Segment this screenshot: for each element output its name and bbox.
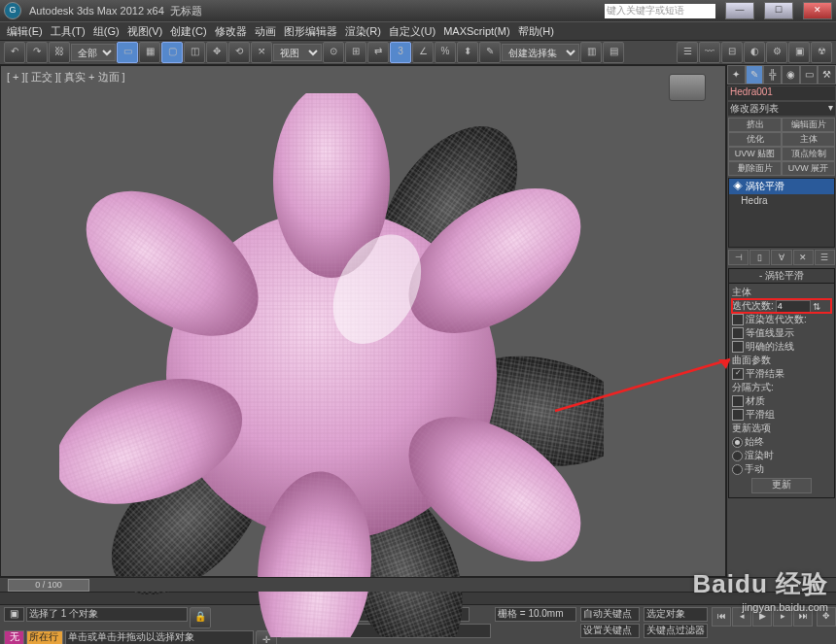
stack-item-hedra[interactable]: Hedra <box>729 194 834 207</box>
update-button[interactable]: 更新 <box>751 478 812 493</box>
rotate-icon[interactable]: ⟲ <box>228 42 250 63</box>
mod-body-button[interactable]: 主体 <box>782 132 835 147</box>
close-button[interactable]: ✕ <box>803 2 832 19</box>
stack-unique-icon[interactable]: ∀ <box>771 250 791 265</box>
align-icon[interactable]: ▤ <box>603 42 624 63</box>
named-sel-select[interactable]: 创建选择集 <box>502 44 579 61</box>
tab-display-icon[interactable]: ▭ <box>800 65 819 85</box>
iterations-spinner[interactable]: 4 <box>776 300 811 313</box>
sel-set-icon[interactable]: ⊞ <box>345 42 366 63</box>
render-frame-icon[interactable]: ▣ <box>788 42 810 63</box>
render-iter-checkbox[interactable] <box>732 314 744 325</box>
stack-remove-icon[interactable]: ✕ <box>793 250 814 265</box>
redo-icon[interactable]: ↷ <box>26 42 48 63</box>
titlebar: G Autodesk 3ds Max 2012 x64 无标题 键入关键字或短语… <box>0 0 836 21</box>
update-render-label: 渲染时 <box>745 449 774 462</box>
mirror-icon[interactable]: ⇄ <box>367 42 389 63</box>
modifier-stack[interactable]: ◈ 涡轮平滑 Hedra <box>728 178 835 248</box>
menubar: 编辑(E) 工具(T) 组(G) 视图(V) 创建(C) 修改器 动画 图形编辑… <box>0 21 836 41</box>
snap-toggle-icon[interactable]: 3 <box>390 42 411 63</box>
menu-modifiers[interactable]: 修改器 <box>212 24 250 39</box>
minimize-button[interactable]: — <box>725 2 754 19</box>
current-tag[interactable]: 所在行 <box>26 630 63 644</box>
viewport[interactable]: [ + ][ 正交 ][ 真实 + 边面 ] <box>0 65 726 577</box>
menu-views[interactable]: 视图(V) <box>124 24 166 39</box>
stack-pin-icon[interactable]: ⊣ <box>728 250 749 265</box>
undo-icon[interactable]: ↶ <box>4 42 25 63</box>
mod-delpatch-button[interactable]: 删除面片 <box>728 161 782 176</box>
curve-editor-icon[interactable]: 〰 <box>699 42 720 63</box>
tab-motion-icon[interactable]: ◉ <box>782 65 800 85</box>
angle-snap-icon[interactable]: ∠ <box>412 42 434 63</box>
selection-filter-select[interactable]: 全部 <box>71 44 116 61</box>
isoline-checkbox[interactable] <box>732 327 744 339</box>
mod-uvwmap-button[interactable]: UVW 贴图 <box>728 147 782 161</box>
material-editor-icon[interactable]: ◐ <box>744 42 765 63</box>
layers-icon[interactable]: ☰ <box>677 42 698 63</box>
modifier-list-select[interactable]: 修改器列表▾ <box>728 102 835 116</box>
app-logo-icon[interactable]: G <box>4 2 21 19</box>
mirror2-icon[interactable]: ▥ <box>580 42 602 63</box>
sep-material-checkbox[interactable] <box>732 395 744 407</box>
menu-rendering[interactable]: 渲染(R) <box>342 24 384 39</box>
link-icon[interactable]: ⛓ <box>49 42 70 63</box>
sep-material-label: 材质 <box>746 394 765 408</box>
refcoord-select[interactable]: 视图 <box>273 44 322 61</box>
menu-customize[interactable]: 自定义(U) <box>386 24 438 39</box>
menu-animation[interactable]: 动画 <box>252 24 279 39</box>
pivot-icon[interactable]: ⊙ <box>323 42 344 63</box>
help-search-input[interactable]: 键入关键字或短语 <box>605 4 715 18</box>
stack-show-icon[interactable]: ▯ <box>749 250 770 265</box>
main-toolbar: ↶ ↷ ⛓ 全部 ▭ ▦ ▢ ◫ ✥ ⟲ ⤧ 视图 ⊙ ⊞ ⇄ 3 ∠ % ⬍ … <box>0 41 836 65</box>
menu-group[interactable]: 组(G) <box>90 24 122 39</box>
update-render-radio[interactable] <box>732 451 743 461</box>
tab-create-icon[interactable]: ✦ <box>727 65 746 85</box>
view-cube-icon[interactable] <box>669 74 706 101</box>
move-icon[interactable]: ✥ <box>206 42 227 63</box>
sep-smooth-checkbox[interactable] <box>732 409 744 421</box>
menu-grapheditors[interactable]: 图形编辑器 <box>281 24 340 39</box>
mod-editpatch-button[interactable]: 编辑面片 <box>782 118 835 132</box>
menu-create[interactable]: 创建(C) <box>167 24 209 39</box>
key-filter-button[interactable]: 关键点过滤器 <box>644 624 708 638</box>
time-slider-handle[interactable]: 0 / 100 <box>8 579 89 592</box>
none-tag[interactable]: 无 <box>4 630 24 644</box>
schematic-icon[interactable]: ⊟ <box>721 42 743 63</box>
mod-uvwunwrap-button[interactable]: UVW 展开 <box>782 161 835 176</box>
stack-item-turbosmooth[interactable]: ◈ 涡轮平滑 <box>729 179 834 194</box>
render-iter-label: 渲染迭代次数: <box>746 313 807 326</box>
edit-named-sel-icon[interactable]: ✎ <box>479 42 501 63</box>
menu-edit[interactable]: 编辑(E) <box>4 24 46 39</box>
menu-help[interactable]: 帮助(H) <box>515 24 557 39</box>
object-name-field[interactable]: Hedra001 <box>728 86 835 100</box>
spinner-snap-icon[interactable]: ⬍ <box>457 42 478 63</box>
tab-modify-icon[interactable]: ✎ <box>746 65 764 85</box>
smooth-result-checkbox[interactable]: ✓ <box>732 368 744 380</box>
viewport-label[interactable]: [ + ][ 正交 ][ 真实 + 边面 ] <box>7 70 125 85</box>
render-icon[interactable]: ☢ <box>811 42 832 63</box>
script-listener-button[interactable]: ▣ <box>4 607 24 622</box>
select-rect-icon[interactable]: ▢ <box>161 42 183 63</box>
menu-tools[interactable]: 工具(T) <box>48 24 88 39</box>
update-manual-radio[interactable] <box>732 464 743 475</box>
rollout-turbosmooth: - 涡轮平滑 主体 迭代次数: 4⇅ 渲染迭代次数: 等值线显示 明确的法线 曲… <box>728 268 835 498</box>
stack-config-icon[interactable]: ☰ <box>815 250 835 265</box>
update-always-radio[interactable] <box>732 437 743 448</box>
window-crossing-icon[interactable]: ◫ <box>184 42 205 63</box>
spinner-arrows-icon[interactable]: ⇅ <box>813 301 820 312</box>
select-name-icon[interactable]: ▦ <box>139 42 160 63</box>
render-setup-icon[interactable]: ⚙ <box>766 42 787 63</box>
command-panel: ✦ ✎ ╬ ◉ ▭ ⚒ Hedra001 修改器列表▾ 挤出 编辑面片 优化 主… <box>726 65 836 577</box>
explicit-checkbox[interactable] <box>732 341 744 353</box>
rollout-header[interactable]: - 涡轮平滑 <box>729 269 834 284</box>
maximize-button[interactable]: ☐ <box>764 2 793 19</box>
tab-hierarchy-icon[interactable]: ╬ <box>763 65 782 85</box>
mod-optimize-button[interactable]: 优化 <box>728 132 782 147</box>
tab-utilities-icon[interactable]: ⚒ <box>818 65 836 85</box>
scale-icon[interactable]: ⤧ <box>251 42 272 63</box>
percent-snap-icon[interactable]: % <box>435 42 456 63</box>
mod-vertpaint-button[interactable]: 顶点绘制 <box>782 147 835 161</box>
menu-maxscript[interactable]: MAXScript(M) <box>440 25 512 37</box>
mod-extrude-button[interactable]: 挤出 <box>728 118 782 132</box>
select-object-icon[interactable]: ▭ <box>117 42 138 63</box>
